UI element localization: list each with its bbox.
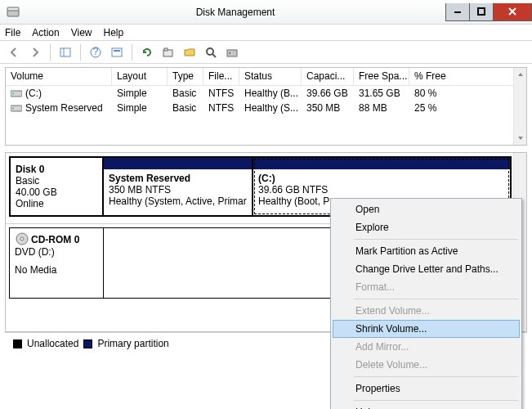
- svg-rect-1: [7, 7, 19, 11]
- swatch-primary: [83, 339, 92, 348]
- svg-rect-9: [114, 50, 120, 52]
- svg-point-21: [20, 237, 24, 240]
- col-free[interactable]: Free Spa...: [354, 68, 409, 85]
- ctx-shrink[interactable]: Shrink Volume...: [333, 320, 520, 338]
- ctx-open[interactable]: Open: [333, 200, 520, 218]
- action-button[interactable]: [223, 43, 241, 61]
- ctx-change-letter[interactable]: Change Drive Letter and Paths...: [333, 260, 520, 278]
- menu-action[interactable]: Action: [32, 27, 59, 38]
- svg-point-19: [12, 108, 14, 110]
- ctx-explore[interactable]: Explore: [333, 218, 520, 236]
- show-hide-console-tree-button[interactable]: [56, 43, 74, 61]
- scroll-up-icon[interactable]: [514, 68, 526, 81]
- svg-rect-2: [454, 11, 461, 13]
- col-capacity[interactable]: Capaci...: [302, 68, 354, 85]
- ctx-help[interactable]: Help: [333, 403, 520, 409]
- col-fs[interactable]: File...: [203, 68, 239, 85]
- title-bar: Disk Management: [0, 0, 532, 25]
- ctx-mark-active[interactable]: Mark Partition as Active: [333, 242, 520, 260]
- volume-list-header: Volume Layout Type File... Status Capaci…: [6, 68, 526, 86]
- volume-row[interactable]: (C:) Simple Basic NTFS Healthy (B... 39.…: [6, 86, 526, 101]
- close-button[interactable]: [493, 3, 532, 21]
- col-layout[interactable]: Layout: [112, 68, 168, 85]
- col-type[interactable]: Type: [168, 68, 203, 85]
- svg-text:?: ?: [93, 46, 99, 57]
- window-title: Disk Management: [25, 7, 446, 18]
- drive-icon: [11, 88, 22, 98]
- open-button[interactable]: [181, 43, 199, 61]
- ctx-format: Format...: [333, 278, 520, 296]
- cd-icon: [15, 231, 29, 246]
- svg-rect-14: [227, 50, 237, 56]
- ctx-properties[interactable]: Properties: [333, 380, 520, 398]
- cdrom-name: CD-ROM 0: [31, 234, 79, 245]
- menu-file[interactable]: File: [5, 27, 20, 38]
- back-button[interactable]: [5, 43, 23, 61]
- disk-name: Disk 0: [16, 164, 99, 175]
- minimize-button[interactable]: [445, 3, 470, 21]
- volume-row[interactable]: System Reserved Simple Basic NTFS Health…: [6, 101, 526, 115]
- volume-list: Volume Layout Type File... Status Capaci…: [5, 67, 527, 146]
- svg-rect-4: [60, 48, 70, 56]
- svg-rect-8: [112, 48, 122, 56]
- cdrom-header[interactable]: CD-ROM 0 DVD (D:) No Media: [9, 227, 104, 299]
- search-button[interactable]: [202, 43, 220, 61]
- volume-name: System Reserved: [25, 102, 103, 114]
- svg-point-12: [207, 48, 213, 55]
- forward-button[interactable]: [26, 43, 44, 61]
- col-volume[interactable]: Volume: [6, 68, 112, 85]
- volume-scrollbar[interactable]: [513, 68, 526, 145]
- svg-rect-11: [164, 48, 168, 51]
- maximize-button[interactable]: [469, 3, 494, 21]
- menu-view[interactable]: View: [71, 27, 92, 38]
- svg-line-13: [212, 54, 216, 57]
- svg-point-17: [12, 93, 14, 95]
- col-pctfree[interactable]: % Free: [409, 68, 526, 85]
- scroll-down-icon[interactable]: [514, 132, 526, 145]
- partition-system-reserved[interactable]: System Reserved 350 MB NTFS Healthy (Sys…: [102, 156, 253, 217]
- swatch-unallocated: [13, 339, 22, 348]
- volume-name: (C:): [25, 88, 42, 99]
- menu-help[interactable]: Help: [104, 27, 124, 38]
- col-status[interactable]: Status: [239, 68, 302, 85]
- ctx-add-mirror: Add Mirror...: [333, 338, 520, 356]
- rescan-button[interactable]: [159, 43, 177, 61]
- settings-button[interactable]: [108, 43, 126, 61]
- ctx-delete: Delete Volume...: [333, 356, 520, 374]
- context-menu: Open Explore Mark Partition as Active Ch…: [330, 198, 522, 409]
- drive-icon: [11, 103, 22, 113]
- refresh-button[interactable]: [138, 43, 156, 61]
- ctx-extend: Extend Volume...: [333, 302, 520, 320]
- svg-point-15: [229, 52, 230, 54]
- disk-header[interactable]: Disk 0 Basic 40.00 GB Online: [9, 156, 104, 217]
- app-icon: [7, 6, 20, 19]
- help-button[interactable]: ?: [87, 43, 105, 61]
- legend-unallocated: Unallocated: [27, 338, 78, 349]
- svg-rect-3: [478, 8, 485, 15]
- legend-primary: Primary partition: [97, 338, 168, 349]
- toolbar: ?: [0, 41, 532, 64]
- menu-bar: File Action View Help: [0, 25, 532, 41]
